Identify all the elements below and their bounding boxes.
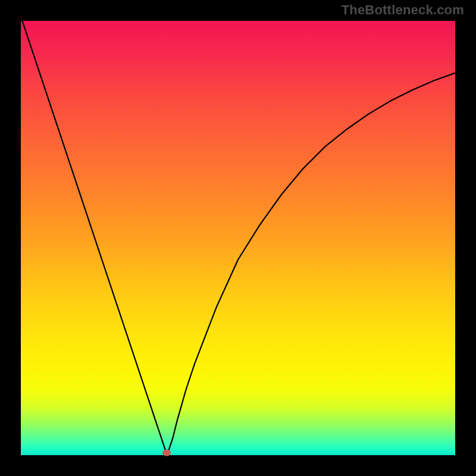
chart-frame: TheBottleneck.com	[0, 0, 476, 476]
bottleneck-curve	[21, 21, 455, 455]
watermark-text: TheBottleneck.com	[342, 2, 464, 18]
plot-area	[21, 21, 455, 455]
minimum-marker	[162, 450, 171, 456]
